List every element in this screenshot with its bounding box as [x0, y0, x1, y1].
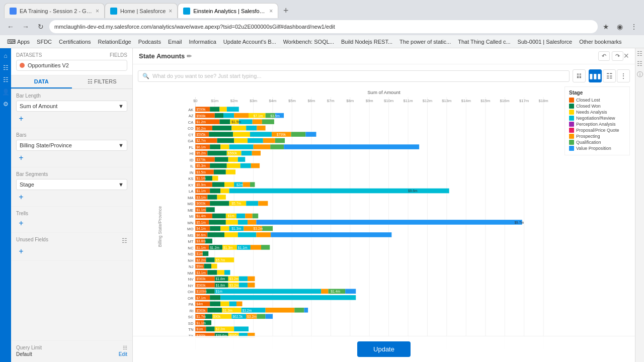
tab-3[interactable]: Einstein Analytics | Salesforce - ... × — [178, 3, 278, 18]
redo-button[interactable]: ↷ — [612, 51, 623, 61]
new-tab-button[interactable]: + — [278, 3, 293, 18]
svg-text:IN: IN — [190, 170, 194, 175]
bookmark-icon[interactable]: ★ — [600, 21, 612, 33]
tab-close-2[interactable]: × — [169, 8, 172, 15]
svg-text:$9m: $9m — [366, 99, 373, 103]
svg-text:$3.1m: $3.1m — [196, 271, 206, 275]
svg-text:$3.5m: $3.5m — [196, 170, 206, 174]
legend-closed-lost: Closed Lost — [569, 98, 625, 103]
svg-rect-44 — [227, 107, 239, 112]
dataset-item[interactable]: Opportunities V2 — [16, 60, 127, 71]
tab-close-3[interactable]: × — [269, 8, 273, 15]
bm-informatica[interactable]: Informatica — [186, 38, 219, 46]
svg-text:MS: MS — [188, 233, 194, 238]
svg-rect-261 — [345, 289, 356, 294]
unused-fields-icon[interactable]: ☷ — [122, 237, 127, 244]
tab-1[interactable]: EA Training - Session 2 - Google ... × — [4, 3, 105, 18]
bm-other[interactable]: Other bookmarks — [576, 38, 624, 46]
bm-apps[interactable]: ⌨Apps — [4, 37, 33, 46]
more-chart-button[interactable]: ⋮ — [617, 69, 630, 82]
bm-sfdc[interactable]: SFDC — [34, 38, 55, 46]
bars-select[interactable]: Billing State/Province ▼ — [16, 140, 127, 151]
bar-chart-button[interactable]: ▮▮▮ — [589, 69, 602, 82]
update-button[interactable]: Update — [357, 341, 411, 357]
edit-link[interactable]: Edit — [119, 351, 127, 357]
bars-label: Bars — [16, 132, 127, 138]
nav-chart-icon[interactable]: ☷ — [1, 63, 10, 72]
bm-sub0001[interactable]: Sub-0001 | Salesforce — [515, 38, 576, 46]
svg-rect-69 — [231, 126, 246, 131]
svg-text:$2m: $2m — [236, 183, 243, 187]
forward-button[interactable]: → — [19, 20, 32, 33]
query-limit-label: Query Limit — [16, 345, 42, 350]
search-box[interactable]: 🔍 What do you want to see? Just start ty… — [138, 70, 570, 82]
back-button[interactable]: ← — [4, 20, 17, 33]
svg-text:SD: SD — [188, 321, 194, 326]
bm-nodejs[interactable]: Build Nodejs REST... — [338, 38, 395, 46]
segments-add[interactable]: + — [16, 192, 26, 202]
chart-toolbar: 🔍 What do you want to see? Just start ty… — [138, 69, 630, 82]
svg-rect-273 — [220, 302, 229, 307]
nav-settings-icon[interactable]: ⚙ — [1, 100, 10, 109]
svg-text:$4.1m: $4.1m — [196, 227, 206, 230]
svg-rect-290 — [205, 314, 212, 319]
nav-grid-icon[interactable]: ☷ — [1, 75, 10, 84]
svg-text:$5.7m: $5.7m — [231, 202, 241, 205]
rp-settings-icon[interactable]: ☷ — [637, 60, 642, 67]
bm-relation[interactable]: RelationEdge — [95, 38, 134, 46]
unused-add[interactable]: + — [16, 246, 26, 256]
svg-text:NH: NH — [188, 258, 193, 263]
bar-length-add[interactable]: + — [16, 114, 26, 124]
bm-email[interactable]: Email — [165, 38, 185, 46]
svg-text:$1m: $1m — [216, 290, 222, 293]
svg-rect-143 — [220, 189, 229, 194]
bm-thing[interactable]: That Thing Called c... — [455, 38, 513, 46]
svg-text:Sum of Amount: Sum of Amount — [367, 89, 400, 95]
search-icon: 🔍 — [142, 73, 149, 79]
table-chart-button[interactable]: ☷ — [603, 69, 616, 82]
bm-podcasts[interactable]: Podcasts — [135, 38, 164, 46]
svg-text:AK: AK — [188, 108, 194, 112]
rp-chart-icon[interactable]: ☷ — [637, 50, 642, 57]
tab-data[interactable]: DATA — [11, 75, 72, 88]
address-input[interactable] — [49, 20, 598, 33]
svg-text:$3.2m: $3.2m — [247, 315, 257, 318]
bm-certs[interactable]: Certifications — [56, 38, 94, 46]
nav-user-icon[interactable]: 👤 — [1, 87, 10, 97]
bm-static[interactable]: The power of static... — [396, 38, 454, 46]
tab-close-1[interactable]: × — [96, 8, 99, 15]
refresh-button[interactable]: ↻ — [34, 20, 47, 33]
close-button[interactable]: × — [623, 51, 629, 61]
svg-rect-150 — [207, 195, 217, 200]
bm-update-account[interactable]: Update Account's B... — [220, 38, 279, 46]
rp-info-icon[interactable]: ⓘ — [637, 70, 643, 79]
svg-text:$1.1m: $1.1m — [196, 246, 206, 249]
menu-icon[interactable]: ⋮ — [628, 21, 640, 33]
svg-text:$6.6m: $6.6m — [196, 233, 206, 237]
bar-length-section: Bar Length Sum of Amount ▼ + — [11, 89, 132, 128]
svg-text:$3.2m: $3.2m — [229, 277, 239, 281]
svg-rect-86 — [234, 138, 248, 143]
bars-add[interactable]: + — [16, 153, 26, 163]
svg-rect-79 — [291, 132, 306, 137]
svg-rect-80 — [305, 132, 316, 137]
tab-2[interactable]: Home | Salesforce × — [105, 3, 178, 18]
tab-favicon-3 — [183, 8, 190, 15]
tab-filters[interactable]: ☷ FILTERS — [72, 75, 133, 88]
sidebar-header: Datasets Fields Opportunities V2 — [11, 48, 132, 75]
svg-rect-89 — [275, 138, 285, 143]
undo-button[interactable]: ↶ — [598, 51, 610, 61]
bar-segments-select[interactable]: Stage ▼ — [16, 179, 127, 190]
chart-options-button[interactable]: ☷ — [573, 69, 586, 82]
nav-home-icon[interactable]: ⌂ — [1, 51, 10, 60]
extensions-icon[interactable]: ◉ — [614, 21, 626, 33]
bm-workbench[interactable]: Workbench: SOQL... — [280, 38, 337, 46]
svg-rect-48 — [215, 113, 223, 118]
bar-length-select[interactable]: Sum of Amount ▼ — [16, 101, 127, 112]
trells-add[interactable]: + — [16, 218, 26, 228]
legend-label-negotiation: Negotiation/Review — [576, 116, 615, 121]
svg-rect-284 — [304, 308, 308, 313]
panel-edit-icon[interactable]: ✏ — [187, 53, 192, 60]
svg-text:NV: NV — [188, 277, 194, 282]
svg-rect-267 — [210, 295, 220, 300]
